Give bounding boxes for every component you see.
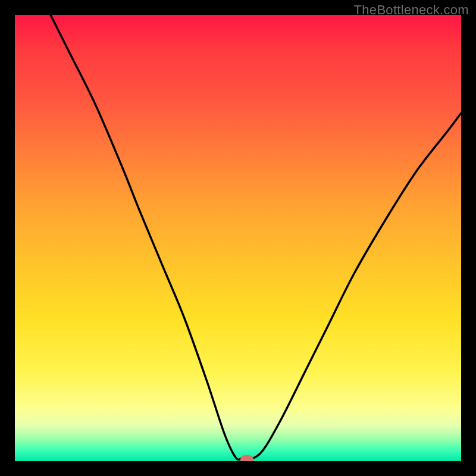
chart-frame: TheBottleneck.com: [0, 0, 476, 476]
bottleneck-curve: [15, 15, 461, 461]
optimum-marker: [240, 455, 253, 461]
plot-area: [15, 15, 461, 461]
watermark-text: TheBottleneck.com: [354, 2, 469, 18]
